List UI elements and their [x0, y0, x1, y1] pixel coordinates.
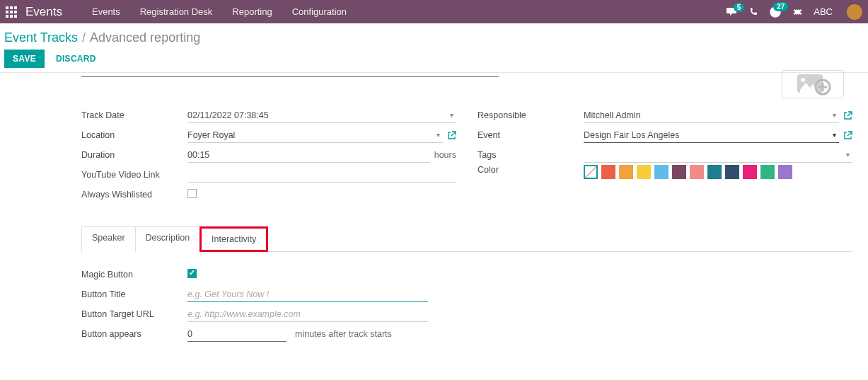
activity-icon[interactable]: 27 — [770, 6, 781, 18]
breadcrumb-current: Advanced reporting — [90, 30, 200, 45]
nav-events[interactable]: Events — [82, 6, 130, 17]
external-link-icon[interactable] — [843, 131, 852, 140]
nav-registration-desk[interactable]: Registration Desk — [130, 6, 223, 17]
color-swatch[interactable] — [743, 165, 757, 179]
button-title-label: Button Title — [81, 289, 187, 299]
location-input[interactable]: Foyer Royal▾ — [187, 128, 443, 143]
messages-badge: 5 — [734, 3, 745, 12]
always-wishlisted-label: Always Wishlisted — [81, 190, 187, 200]
breadcrumb-sep: / — [82, 30, 86, 45]
button-url-label: Button Target URL — [81, 309, 187, 319]
responsible-label: Responsible — [478, 110, 584, 120]
color-swatch[interactable] — [584, 165, 598, 179]
chevron-down-icon: ▾ — [436, 131, 440, 139]
responsible-input[interactable]: Mitchell Admin▾ — [584, 108, 839, 123]
youtube-label: YouTube Video Link — [81, 170, 187, 180]
magic-button-label: Magic Button — [81, 270, 187, 280]
color-swatch[interactable] — [778, 165, 792, 179]
breadcrumb: Event Tracks / Advanced reporting — [4, 30, 864, 45]
button-url-input[interactable] — [187, 307, 428, 322]
tab-interactivity[interactable]: Interactivity — [199, 226, 268, 252]
nav-reporting[interactable]: Reporting — [222, 6, 282, 17]
magic-button-checkbox[interactable] — [187, 269, 197, 278]
color-swatch[interactable] — [637, 165, 651, 179]
external-link-icon[interactable] — [447, 131, 456, 140]
color-swatch[interactable] — [725, 165, 739, 179]
color-swatch[interactable] — [707, 165, 722, 179]
discard-button[interactable]: DISCARD — [56, 54, 96, 64]
color-swatch[interactable] — [601, 165, 615, 179]
tags-input[interactable]: ▾ — [584, 148, 852, 163]
button-title-input[interactable] — [187, 287, 428, 302]
always-wishlisted-checkbox[interactable] — [187, 189, 197, 198]
image-upload[interactable] — [782, 70, 844, 98]
chevron-down-icon: ▾ — [450, 111, 453, 119]
color-label: Color — [478, 165, 584, 175]
apps-icon[interactable] — [6, 6, 17, 18]
duration-suffix: hours — [434, 150, 456, 160]
user-menu[interactable]: ABC — [814, 6, 833, 17]
color-swatch[interactable] — [654, 165, 669, 179]
app-brand[interactable]: Events — [25, 5, 62, 19]
save-button[interactable]: SAVE — [4, 50, 45, 68]
youtube-input[interactable] — [187, 168, 456, 183]
button-appears-suffix: minutes after track starts — [295, 329, 392, 339]
color-swatches — [584, 165, 852, 179]
chevron-down-icon: ▾ — [833, 111, 836, 119]
event-input[interactable]: Design Fair Los Angeles▾ — [584, 128, 839, 143]
chevron-down-icon: ▾ — [846, 151, 850, 159]
breadcrumb-root[interactable]: Event Tracks — [4, 30, 78, 45]
track-date-label: Track Date — [81, 110, 187, 120]
color-swatch[interactable] — [619, 165, 633, 179]
title-underline — [81, 76, 499, 77]
debug-icon[interactable] — [792, 7, 802, 17]
button-appears-label: Button appears — [81, 329, 187, 339]
location-label: Location — [81, 130, 187, 140]
chevron-down-icon: ▾ — [833, 131, 836, 139]
duration-label: Duration — [81, 150, 187, 160]
avatar[interactable] — [847, 4, 862, 20]
duration-input[interactable]: 00:15 — [187, 148, 430, 163]
external-link-icon[interactable] — [843, 111, 852, 120]
messages-icon[interactable]: 5 — [726, 7, 737, 17]
color-swatch[interactable] — [672, 165, 686, 179]
event-label: Event — [478, 130, 584, 140]
tags-label: Tags — [478, 150, 584, 160]
color-swatch[interactable] — [760, 165, 775, 179]
activity-badge: 27 — [773, 2, 788, 11]
tab-description[interactable]: Description — [135, 226, 201, 252]
tab-speaker[interactable]: Speaker — [81, 226, 136, 252]
nav-configuration[interactable]: Configuration — [282, 6, 357, 17]
svg-point-1 — [801, 78, 805, 82]
button-appears-input[interactable] — [187, 327, 287, 342]
phone-icon[interactable] — [748, 7, 758, 17]
track-date-input[interactable]: 02/11/2022 07:38:45▾ — [187, 108, 456, 123]
color-swatch[interactable] — [690, 165, 704, 179]
